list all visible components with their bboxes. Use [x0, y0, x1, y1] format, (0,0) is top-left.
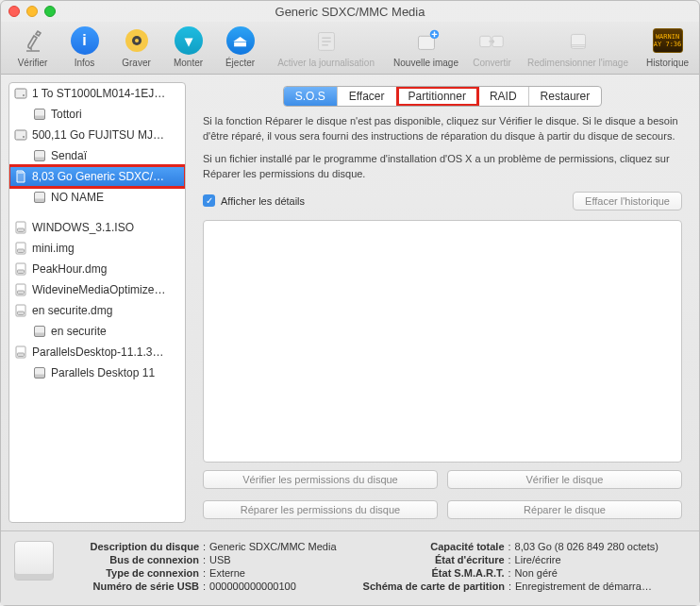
dmg-icon — [13, 345, 28, 360]
dmg-icon — [13, 261, 28, 277]
vol-icon — [32, 148, 47, 163]
svg-rect-16 — [35, 158, 45, 161]
titlebar: Generic SDXC/MMC Media — [1, 1, 699, 22]
sidebar[interactable]: 1 To ST1000LM014-1EJ…Tottori500,11 Go FU… — [8, 82, 186, 523]
tab-raid[interactable]: RAID — [478, 87, 529, 106]
convert-icon — [476, 25, 507, 56]
eject-icon: ⏏ — [226, 26, 255, 55]
log-textarea[interactable] — [203, 220, 682, 463]
tab-restore[interactable]: Restaurer — [529, 87, 602, 106]
sidebar-item-label: WidevineMediaOptimize… — [32, 283, 165, 296]
sidebar-item[interactable]: WidevineMediaOptimize… — [9, 279, 185, 300]
svg-rect-20 — [18, 228, 25, 232]
sidebar-item[interactable]: Sendaï — [9, 145, 185, 166]
verify-permissions-button: Vérifier les permissions du disque — [203, 470, 438, 489]
sidebar-item[interactable]: 500,11 Go FUJITSU MJ… — [9, 125, 185, 145]
resize-icon — [563, 25, 593, 56]
journal-toolbar-button: Activer la journalisation — [268, 25, 384, 68]
sidebar-item[interactable]: Tottori — [9, 104, 185, 125]
sidebar-item-label: WINDOWS_3.1.ISO — [32, 221, 134, 234]
history-toolbar-button[interactable]: WARNINAY 7:36 Historique — [643, 25, 692, 68]
repair-permissions-button: Réparer les permissions du disque — [203, 500, 438, 519]
show-details-label: Afficher les détails — [221, 195, 305, 207]
toolbar: Vérifier i Infos Graver ▾ Monter ⏏ Éject… — [1, 22, 699, 75]
sidebar-item-label: ParallelsDesktop-11.1.3… — [32, 345, 163, 359]
sidebar-item[interactable]: ParallelsDesktop-11.1.3… — [9, 342, 185, 362]
svg-point-14 — [23, 136, 25, 138]
sidebar-item-label: mini.img — [32, 242, 75, 255]
tab-erase[interactable]: Effacer — [338, 87, 397, 106]
sidebar-item[interactable]: Parallels Desktop 11 — [9, 362, 185, 383]
mount-toolbar-button[interactable]: ▾ Monter — [164, 25, 212, 68]
sidebar-item[interactable]: en securite — [9, 321, 185, 342]
svg-rect-12 — [35, 116, 45, 120]
resize-toolbar-button: Redimensionner l'image — [520, 25, 636, 68]
svg-rect-22 — [18, 249, 25, 253]
sd-icon — [13, 169, 28, 184]
dmg-icon — [13, 241, 28, 256]
sidebar-item[interactable]: en securite.dmg — [9, 300, 185, 321]
tab-bar: S.O.S Effacer Partitionner RAID Restaure… — [193, 86, 692, 107]
svg-rect-24 — [18, 270, 25, 274]
svg-rect-32 — [18, 353, 25, 357]
sidebar-item-label: 1 To ST1000LM014-1EJ… — [32, 87, 165, 100]
burn-toolbar-button[interactable]: Graver — [112, 25, 160, 68]
sidebar-item[interactable]: PeakHour.dmg — [9, 259, 185, 279]
vol-icon — [32, 324, 47, 339]
svg-rect-26 — [18, 291, 25, 295]
mount-icon: ▾ — [175, 26, 203, 55]
vol-icon — [32, 365, 47, 380]
hdd-icon — [13, 86, 28, 101]
hdd-icon — [13, 127, 28, 143]
convert-toolbar-button: Convertir — [468, 25, 516, 68]
microscope-icon — [18, 25, 48, 56]
clear-history-button: Effacer l'historique — [573, 192, 682, 210]
show-details-checkbox[interactable]: ✓ — [203, 194, 215, 207]
sidebar-item-label: 500,11 Go FUJITSU MJ… — [32, 128, 164, 142]
sidebar-item-label: Tottori — [51, 108, 82, 121]
svg-rect-9 — [15, 89, 26, 98]
verify-disk-button: Vérifier le disque — [447, 470, 682, 489]
main-pane: S.O.S Effacer Partitionner RAID Restaure… — [193, 82, 692, 523]
burn-icon — [122, 25, 152, 56]
svg-rect-28 — [18, 311, 25, 315]
tab-sos[interactable]: S.O.S — [284, 87, 338, 106]
repair-disk-button: Réparer le disque — [447, 500, 682, 519]
svg-point-10 — [23, 94, 25, 96]
sidebar-item-label: en securite.dmg — [32, 304, 112, 317]
sidebar-item[interactable]: mini.img — [9, 238, 185, 259]
svg-rect-4 — [418, 36, 434, 49]
history-icon: WARNINAY 7:36 — [653, 28, 683, 53]
sidebar-item-label: PeakHour.dmg — [32, 262, 107, 276]
sidebar-item-label: 8,03 Go Generic SDXC/… — [32, 170, 164, 183]
sidebar-item[interactable]: NO NAME — [9, 187, 185, 208]
info-toolbar-button[interactable]: i Infos — [60, 25, 108, 68]
sidebar-item-label: en securite — [51, 325, 107, 338]
sidebar-item-label: Parallels Desktop 11 — [51, 366, 155, 379]
sidebar-item[interactable]: WINDOWS_3.1.ISO — [9, 217, 185, 238]
new-image-icon — [411, 25, 442, 56]
window-title: Generic SDXC/MMC Media — [1, 5, 699, 19]
dmg-icon — [13, 303, 28, 318]
sidebar-item-label: Sendaï — [51, 149, 87, 162]
help-text-1: Si la fonction Réparer le disque n'est p… — [193, 114, 692, 144]
drive-icon — [14, 541, 54, 581]
svg-rect-13 — [15, 130, 26, 140]
svg-rect-18 — [35, 199, 45, 203]
dmg-icon — [13, 282, 28, 297]
svg-rect-30 — [35, 333, 45, 337]
verify-toolbar-button[interactable]: Vérifier — [8, 25, 57, 68]
sidebar-item[interactable]: 8,03 Go Generic SDXC/… — [9, 166, 185, 187]
journal-icon — [311, 25, 342, 56]
info-icon: i — [71, 26, 99, 55]
eject-toolbar-button[interactable]: ⏏ Éjecter — [216, 25, 264, 68]
new-image-toolbar-button[interactable]: Nouvelle image — [388, 25, 464, 68]
sidebar-item[interactable]: 1 To ST1000LM014-1EJ… — [9, 83, 185, 104]
svg-rect-34 — [35, 375, 45, 379]
footer: Description du disque:Generic SDXC/MMC M… — [1, 530, 699, 605]
dmg-icon — [13, 220, 28, 235]
vol-icon — [32, 190, 47, 205]
svg-point-2 — [135, 39, 139, 42]
sidebar-item-label: NO NAME — [51, 191, 104, 204]
tab-partition[interactable]: Partitionner — [397, 87, 478, 106]
